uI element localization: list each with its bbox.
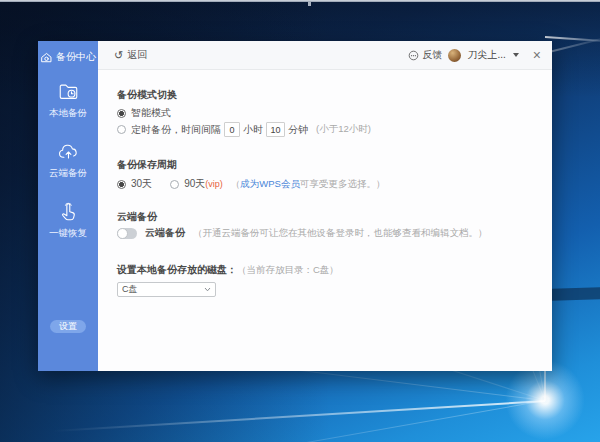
back-button-label: 返回 bbox=[127, 48, 147, 62]
sidebar-item-cloud-backup[interactable]: 云端备份 bbox=[38, 141, 98, 180]
days30-radio[interactable] bbox=[117, 180, 126, 189]
back-arrow-icon: ↺ bbox=[114, 50, 123, 60]
days90-radio[interactable] bbox=[170, 180, 179, 189]
backup-center-home-icon bbox=[40, 51, 53, 64]
sidebar-item-label: 一键恢复 bbox=[49, 227, 87, 238]
backup-center-window: 备份中心 本地备份 云端备份 bbox=[38, 41, 552, 371]
wallpaper-glow-point bbox=[505, 360, 585, 440]
cloud-backup-toggle[interactable] bbox=[117, 228, 137, 239]
wallpaper-light-beam bbox=[0, 400, 545, 436]
cloud-backup-toggle-label: 云端备份 bbox=[145, 226, 185, 240]
hours-unit-label: 小时 bbox=[243, 123, 263, 137]
sidebar-item-one-click-restore[interactable]: 一键恢复 bbox=[38, 201, 98, 240]
backup-mode-section-title: 备份模式切换 bbox=[117, 88, 177, 102]
cloud-backup-row: 云端备份 （开通云端备份可让您在其他设备登录时，也能够查看和编辑文档。） bbox=[117, 226, 488, 240]
settings-button[interactable]: 设置 bbox=[50, 320, 86, 333]
cloud-upload-icon bbox=[57, 141, 80, 163]
sidebar-item-label: 云端备份 bbox=[49, 167, 87, 178]
feedback-label: 反馈 bbox=[422, 48, 442, 62]
disk-section-title-row: 设置本地备份存放的磁盘： （当前存放目录：C盘） bbox=[117, 263, 339, 277]
sidebar-item-local-backup[interactable]: 本地备份 bbox=[38, 81, 98, 120]
cloud-backup-note: （开通云端备份可让您在其他设备登录时，也能够查看和编辑文档。） bbox=[193, 227, 488, 240]
current-directory-note: （当前存放目录：C盘） bbox=[237, 264, 339, 277]
feedback-button[interactable]: 反馈 bbox=[408, 48, 442, 62]
disk-select[interactable]: C盘 bbox=[117, 282, 216, 297]
chevron-down-icon bbox=[204, 287, 211, 292]
member-note-open: （ bbox=[231, 178, 241, 191]
username[interactable]: 刀尖上... bbox=[467, 48, 505, 62]
cloud-backup-section-title: 云端备份 bbox=[117, 210, 157, 224]
minutes-unit-label: 分钟 bbox=[288, 123, 308, 137]
timed-backup-option: 定时备份，时间间隔 小时 分钟 (小于12小时) bbox=[117, 122, 371, 137]
vip-tag: (vip) bbox=[205, 179, 223, 189]
background-window-edge-notch bbox=[308, 2, 311, 6]
account-dropdown-caret-icon[interactable] bbox=[513, 53, 519, 57]
app-logo: 备份中心 bbox=[38, 50, 98, 64]
retention-options: 30天 90天 (vip) （ 成为WPS会员 可享受更多选择。） bbox=[117, 177, 385, 191]
wallpaper-dark-band bbox=[552, 287, 600, 301]
sidebar: 备份中心 本地备份 云端备份 bbox=[38, 41, 98, 371]
sidebar-item-label: 本地备份 bbox=[49, 107, 87, 118]
close-button[interactable]: × bbox=[533, 49, 541, 61]
disk-select-row: C盘 bbox=[117, 282, 216, 297]
disk-select-value: C盘 bbox=[122, 283, 138, 296]
background-window-edge bbox=[0, 0, 600, 2]
minutes-input[interactable] bbox=[266, 122, 285, 137]
folder-clock-icon bbox=[57, 81, 80, 103]
window-header: ↺ 返回 反馈 刀尖上... × bbox=[98, 41, 552, 70]
smart-mode-option: 智能模式 bbox=[117, 106, 171, 120]
toggle-knob bbox=[117, 228, 128, 239]
feedback-chat-icon bbox=[408, 50, 419, 61]
hours-input[interactable] bbox=[224, 122, 240, 137]
smart-mode-label: 智能模式 bbox=[131, 106, 171, 120]
time-limit-note: (小于12小时) bbox=[316, 123, 371, 136]
member-note-rest: 可享受更多选择。） bbox=[300, 178, 386, 191]
days30-label: 30天 bbox=[131, 177, 152, 191]
smart-mode-radio[interactable] bbox=[117, 109, 126, 118]
hand-click-icon bbox=[57, 201, 80, 223]
timed-backup-radio[interactable] bbox=[117, 125, 126, 134]
main-content: 备份模式切换 智能模式 定时备份，时间间隔 小时 分钟 (小于12小时) 备份保… bbox=[98, 70, 552, 371]
desktop-wallpaper: 备份中心 本地备份 云端备份 bbox=[0, 0, 600, 442]
disk-section-title: 设置本地备份存放的磁盘： bbox=[117, 263, 237, 277]
back-button[interactable]: ↺ 返回 bbox=[114, 48, 147, 62]
retention-section-title: 备份保存周期 bbox=[117, 158, 177, 172]
days90-label: 90天 bbox=[184, 177, 205, 191]
user-avatar[interactable] bbox=[448, 49, 461, 62]
app-logo-label: 备份中心 bbox=[56, 50, 96, 64]
become-wps-member-link[interactable]: 成为WPS会员 bbox=[240, 178, 300, 191]
timed-backup-label: 定时备份，时间间隔 bbox=[131, 123, 221, 137]
